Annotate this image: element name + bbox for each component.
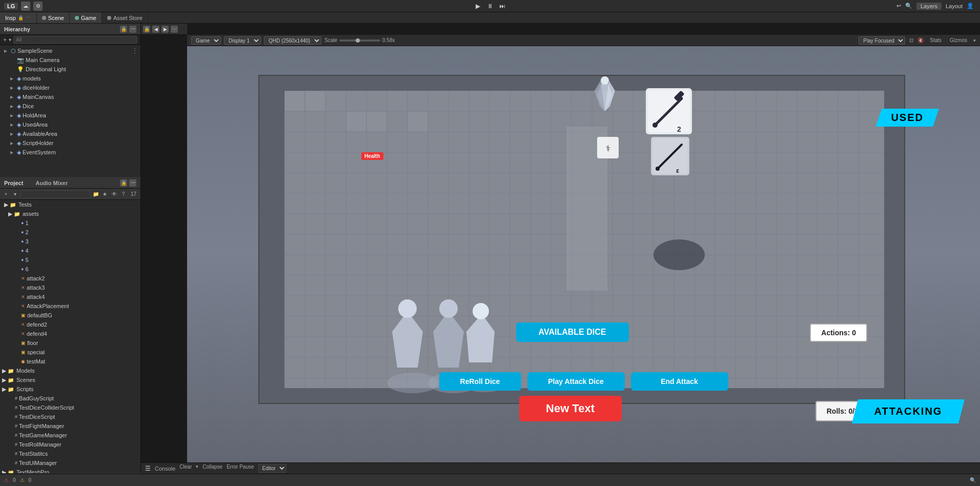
tree-item-maincanvas[interactable]: ▶ ◈ MainCanvas (0, 92, 140, 102)
proj-filter-icon[interactable]: ▾ (11, 190, 19, 198)
console-collapse[interactable]: Collapse (202, 464, 222, 473)
insp-lock-btn[interactable]: 🔒 (143, 26, 150, 33)
layers-button[interactable]: Layers (916, 3, 942, 10)
proj-add-icon[interactable]: + (2, 190, 10, 198)
proj-item-1[interactable]: ● 1 (0, 218, 140, 228)
project-title[interactable]: Project (4, 180, 23, 186)
project-search-input[interactable] (21, 190, 91, 198)
tree-item-main-camera[interactable]: 📷 Main Camera (0, 55, 140, 65)
tree-item-dice[interactable]: ▶ ◈ Dice (0, 102, 140, 111)
proj-item-attackplacement[interactable]: ✕ AttackPlacement (0, 301, 140, 311)
proj-item-attack4[interactable]: ✕ attack4 (0, 292, 140, 301)
console-clear-button[interactable]: Clear (179, 464, 192, 473)
pause-button[interactable]: ⏸ (485, 2, 495, 10)
tree-item-eventsystem[interactable]: ▶ ◈ EventSystem (0, 148, 140, 157)
viewport-resolution-select[interactable]: QHD (2560x1440) (264, 36, 321, 45)
tab-asset-store[interactable]: Asset Store (102, 12, 148, 23)
proj-item-badguyscript[interactable]: # BadGuyScript (0, 394, 140, 403)
proj-item-testui[interactable]: # TestUiManager (0, 458, 140, 468)
proj-item-special[interactable]: ▣ special (0, 348, 140, 357)
history-icon[interactable]: ↩ (896, 3, 901, 9)
proj-item-assets[interactable]: ▶ 📁 assets (0, 209, 140, 218)
proj-item-testroll[interactable]: # TestRollManager (0, 440, 140, 449)
proj-item-testdicecollider[interactable]: # TestDiceColliderScript (0, 403, 140, 412)
proj-item-5[interactable]: ● 5 (0, 255, 140, 265)
proj-item-teststat[interactable]: # TestStatitcs (0, 449, 140, 458)
proj-item-defend2[interactable]: ✕ defend2 (0, 320, 140, 329)
tree-item-availablearea[interactable]: ▶ ◈ AvailableArea (0, 129, 140, 138)
status-search-icon[interactable]: 🔍 (970, 477, 976, 483)
viewport-mode-select[interactable]: Game (191, 36, 221, 45)
hierarchy-filter-icon[interactable]: ▾ (9, 37, 11, 43)
account-icon[interactable]: 👤 (967, 3, 974, 9)
project-lock-icon[interactable]: 🔒 (120, 179, 127, 187)
proj-item-models[interactable]: ▶ 📁 Models (0, 366, 140, 375)
proj-item-testmat[interactable]: ◉ testMat (0, 357, 140, 366)
console-editor-select[interactable]: Editor (258, 464, 287, 473)
new-text-button[interactable]: New Text (519, 396, 622, 421)
hierarchy-add-icon[interactable]: + (3, 36, 7, 44)
proj-item-testdice[interactable]: # TestDiceScript (0, 412, 140, 421)
tab-inspector[interactable]: Insp 🔒 ⋯ (0, 12, 37, 23)
console-tab[interactable]: Console (155, 465, 175, 472)
proj-item-4[interactable]: ● 4 (0, 246, 140, 255)
gizmos-button[interactable]: Gizmos (948, 37, 969, 43)
search-icon[interactable]: 🔍 (905, 3, 912, 9)
audio-mixer-title[interactable]: Audio Mixer (35, 180, 68, 186)
mute-icon[interactable]: 🔇 (917, 37, 924, 43)
step-button[interactable]: ⏭ (497, 2, 507, 10)
proj-item-3[interactable]: ● 3 (0, 237, 140, 246)
play-attack-dice-button[interactable]: Play Attack Dice (527, 372, 625, 391)
viewport-display-select[interactable]: Display 1 (224, 36, 261, 45)
proj-item-testgame[interactable]: # TestGameManager (0, 431, 140, 440)
scale-track[interactable] (339, 39, 380, 42)
proj-item-scenes[interactable]: ▶ 📁 Scenes (0, 375, 140, 384)
available-dice-button[interactable]: AVAILABLE DICE (516, 322, 629, 342)
proj-folder-icon[interactable]: 📁 (92, 190, 100, 198)
project-menu-icon[interactable]: ⋯ (129, 179, 136, 187)
gizmos-arrow[interactable]: ▾ (973, 38, 976, 43)
proj-item-scripts[interactable]: ▶ 📁 Scripts (0, 384, 140, 394)
maximize-icon[interactable]: ⊡ (909, 37, 913, 43)
cloud-icon[interactable]: ☁ (21, 2, 30, 11)
tree-item-usedarea[interactable]: ▶ ◈ UsedArea (0, 120, 140, 129)
settings-icon[interactable]: ⚙ (33, 2, 43, 11)
tree-item-models[interactable]: ▶ ◈ models (0, 74, 140, 83)
tree-item-scriptholder[interactable]: ▶ ◈ ScriptHolder (0, 138, 140, 148)
tree-item-directional-light[interactable]: 💡 Directional Light (0, 65, 140, 74)
tab-scene[interactable]: Scene (37, 12, 70, 23)
console-error-pause[interactable]: Error Pause (227, 464, 254, 473)
inspector-dots[interactable]: ⋯ (26, 14, 31, 21)
proj-item-tests[interactable]: ▶ 📁 Tests (0, 200, 140, 209)
proj-item-attack3[interactable]: ✕ attack3 (0, 283, 140, 292)
stats-button[interactable]: Stats (928, 37, 944, 43)
tree-item-diceholder[interactable]: ▶ ◈ diceHolder (0, 83, 140, 92)
reroll-dice-button[interactable]: ReRoll Dice (439, 372, 521, 391)
proj-help-icon[interactable]: ? (119, 190, 127, 198)
tab-game[interactable]: Game (70, 12, 102, 23)
samplescene-dots[interactable]: ⋮ (131, 47, 138, 55)
layout-label[interactable]: Layout (946, 3, 963, 9)
insp-next-btn[interactable]: ▶ (161, 26, 169, 33)
proj-star-icon[interactable]: ★ (101, 190, 109, 198)
proj-item-2[interactable]: ● 2 (0, 228, 140, 237)
hierarchy-lock-icon[interactable]: 🔒 (120, 26, 127, 33)
proj-eye-icon[interactable]: 👁 (110, 190, 118, 198)
tree-item-holdarea[interactable]: ▶ ◈ HoldArea (0, 111, 140, 120)
hierarchy-menu-icon[interactable]: ⋯ (129, 26, 136, 33)
play-mode-select[interactable]: Play Focused (859, 36, 905, 45)
hierarchy-search-input[interactable] (13, 36, 137, 44)
proj-item-textmeshpro[interactable]: ▶ 📁 TextMeshPro (0, 468, 140, 473)
proj-item-floor[interactable]: ▣ floor (0, 338, 140, 348)
proj-item-6[interactable]: ● 6 (0, 265, 140, 274)
proj-item-defaultbg[interactable]: ▣ defaultBG (0, 311, 140, 320)
insp-dots-btn[interactable]: ⋯ (171, 26, 178, 33)
console-clear-arrow[interactable]: ▾ (196, 464, 198, 473)
play-button[interactable]: ▶ (473, 2, 483, 10)
proj-item-attack2[interactable]: ✕ attack2 (0, 274, 140, 283)
end-attack-button[interactable]: End Attack (631, 372, 728, 391)
proj-item-defend4[interactable]: ✕ defend4 (0, 329, 140, 338)
app-logo[interactable]: LG (4, 3, 18, 10)
proj-item-testfight[interactable]: # TestFightManager (0, 421, 140, 431)
insp-prev-btn[interactable]: ◀ (152, 26, 159, 33)
